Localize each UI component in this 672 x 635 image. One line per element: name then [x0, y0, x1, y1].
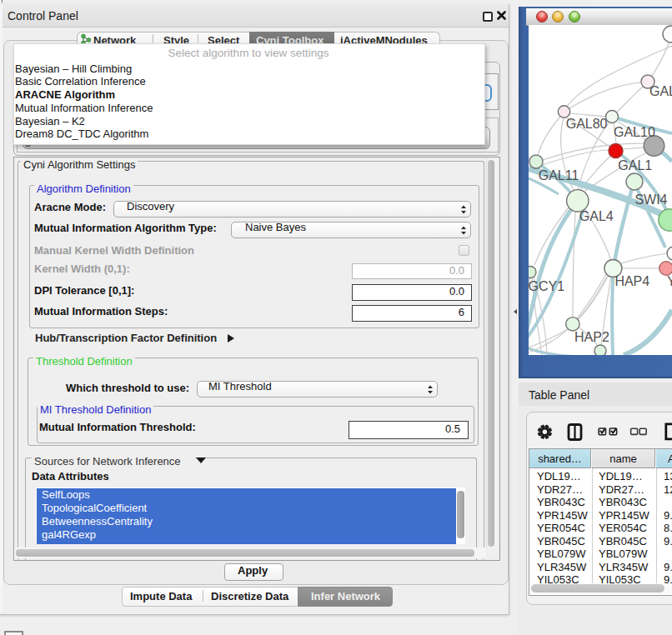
svg-text:GAL11: GAL11	[539, 168, 579, 182]
svg-text:HAP4: HAP4	[614, 274, 649, 288]
svg-text:GCY1: GCY1	[529, 279, 564, 293]
svg-text:YM: YM	[667, 274, 672, 288]
svg-text:SWI4: SWI4	[634, 192, 667, 207]
svg-text:GAL80: GAL80	[566, 117, 608, 131]
svg-text:HAP2: HAP2	[574, 330, 609, 344]
svg-text:GAL4: GAL4	[579, 209, 614, 223]
svg-text:GAL7: GAL7	[649, 84, 672, 98]
svg-text:GAL1: GAL1	[618, 158, 652, 172]
svg-text:GAL10: GAL10	[614, 125, 655, 139]
